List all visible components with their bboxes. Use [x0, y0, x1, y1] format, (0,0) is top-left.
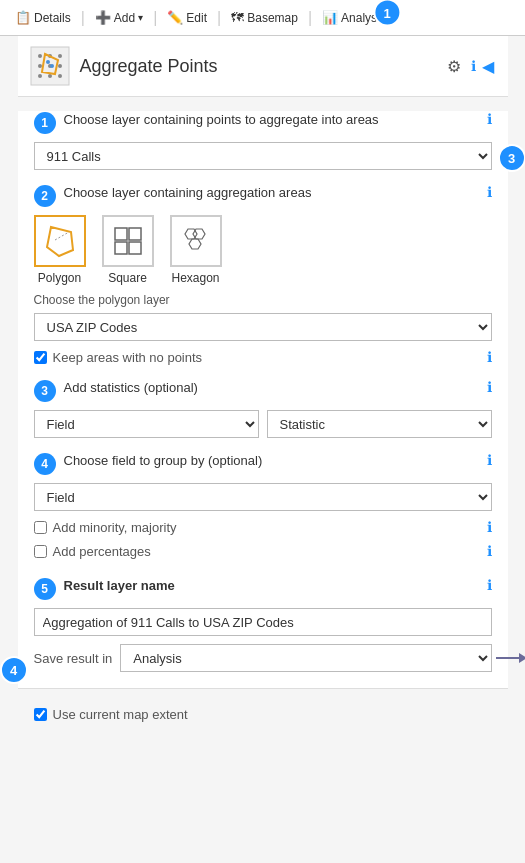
- result-name-input[interactable]: [34, 608, 492, 636]
- svg-rect-18: [129, 242, 141, 254]
- svg-rect-17: [115, 242, 127, 254]
- keep-areas-info[interactable]: ℹ: [487, 349, 492, 365]
- shape-polygon-label: Polygon: [38, 271, 81, 285]
- panel-footer: Use current map extent: [18, 688, 508, 732]
- section-4: 4 Choose field to group by (optional) ℹ …: [34, 452, 492, 559]
- header-actions: ⚙ ℹ ◀: [445, 55, 496, 78]
- minority-info[interactable]: ℹ: [487, 519, 492, 535]
- current-extent-checkbox[interactable]: [34, 708, 47, 721]
- section-3-info[interactable]: ℹ: [487, 379, 492, 395]
- svg-rect-15: [115, 228, 127, 240]
- section-5: 5 Result layer name ℹ Save result in Ana…: [34, 577, 492, 672]
- section-1: 1 Choose layer containing points to aggr…: [34, 111, 492, 170]
- panel-icon: [30, 46, 70, 86]
- svg-point-7: [38, 74, 42, 78]
- svg-point-4: [38, 64, 42, 68]
- svg-point-3: [58, 54, 62, 58]
- section-2-num: 2: [34, 185, 56, 207]
- svg-point-6: [58, 64, 62, 68]
- corner-badge-1[interactable]: 1: [373, 0, 401, 27]
- section-3-field-dropdown[interactable]: Field: [34, 410, 259, 438]
- shape-options: Polygon Square: [34, 215, 492, 285]
- panel-title: Aggregate Points: [80, 56, 445, 77]
- settings-button[interactable]: ⚙: [445, 55, 463, 78]
- shape-hexagon-label: Hexagon: [171, 271, 219, 285]
- basemap-label: Basemap: [247, 11, 298, 25]
- section-3-statistic-dropdown[interactable]: Statistic: [267, 410, 492, 438]
- analysis-icon: 📊: [322, 10, 338, 25]
- save-result-row: Save result in Analysis: [34, 644, 492, 672]
- section-3-fields: Field Statistic: [34, 410, 492, 438]
- toolbar-basemap[interactable]: 🗺 Basemap: [224, 7, 305, 28]
- shape-square-box[interactable]: [102, 215, 154, 267]
- section-3-label: Add statistics (optional): [64, 379, 483, 397]
- back-button[interactable]: ◀: [480, 55, 496, 78]
- sep2: |: [153, 9, 157, 27]
- section-1-info[interactable]: ℹ: [487, 111, 492, 127]
- section-1-label: Choose layer containing points to aggreg…: [64, 111, 483, 129]
- section-4-label: Choose field to group by (optional): [64, 452, 483, 470]
- section-3-num: 3: [34, 380, 56, 402]
- toolbar-analysis[interactable]: 📊 Analysis 1: [315, 7, 393, 28]
- toolbar-add[interactable]: ➕ Add ▾: [88, 7, 150, 28]
- section-5-label: Result layer name: [64, 577, 483, 595]
- keep-areas-checkbox[interactable]: [34, 351, 47, 364]
- percentages-label: Add percentages: [53, 544, 151, 559]
- svg-rect-16: [129, 228, 141, 240]
- svg-point-12: [50, 64, 54, 68]
- minority-label: Add minority, majority: [53, 520, 177, 535]
- svg-point-8: [48, 74, 52, 78]
- section-4-num: 4: [34, 453, 56, 475]
- details-label: Details: [34, 11, 71, 25]
- basemap-icon: 🗺: [231, 10, 244, 25]
- add-icon: ➕: [95, 10, 111, 25]
- sep4: |: [308, 9, 312, 27]
- current-extent-row: Use current map extent: [34, 707, 492, 722]
- section-4-header: 4 Choose field to group by (optional) ℹ: [34, 452, 492, 475]
- shape-square[interactable]: Square: [102, 215, 154, 285]
- percentages-checkbox[interactable]: [34, 545, 47, 558]
- sep3: |: [217, 9, 221, 27]
- section-3-header: 3 Add statistics (optional) ℹ: [34, 379, 492, 402]
- toolbar-details[interactable]: 📋 Details: [8, 7, 78, 28]
- section-2-label: Choose layer containing aggregation area…: [64, 184, 483, 202]
- section-2-info[interactable]: ℹ: [487, 184, 492, 200]
- edit-label: Edit: [186, 11, 207, 25]
- shape-polygon[interactable]: Polygon: [34, 215, 86, 285]
- shape-polygon-box[interactable]: [34, 215, 86, 267]
- section-1-dropdown[interactable]: 911 Calls: [34, 142, 492, 170]
- shape-square-label: Square: [108, 271, 147, 285]
- add-label: Add: [114, 11, 135, 25]
- section-4-field-dropdown[interactable]: Field: [34, 483, 492, 511]
- current-extent-label: Use current map extent: [53, 707, 188, 722]
- keep-areas-label: Keep areas with no points: [53, 350, 203, 365]
- percentages-row: Add percentages ℹ: [34, 543, 492, 559]
- section-4-info[interactable]: ℹ: [487, 452, 492, 468]
- svg-point-1: [38, 54, 42, 58]
- header-info-icon[interactable]: ℹ: [471, 58, 476, 74]
- svg-marker-20: [193, 229, 205, 239]
- save-result-dropdown[interactable]: Analysis: [120, 644, 491, 672]
- keep-areas-row: Keep areas with no points ℹ: [34, 349, 492, 365]
- section-5-info[interactable]: ℹ: [487, 577, 492, 593]
- shape-hexagon-box[interactable]: [170, 215, 222, 267]
- svg-line-14: [55, 232, 69, 240]
- percentages-info[interactable]: ℹ: [487, 543, 492, 559]
- toolbar-edit[interactable]: ✏️ Edit: [160, 7, 214, 28]
- sep1: |: [81, 9, 85, 27]
- section-2: 2 Choose layer containing aggregation ar…: [34, 184, 492, 365]
- add-chevron: ▾: [138, 12, 143, 23]
- panel-content: 1 Choose layer containing points to aggr…: [18, 111, 508, 688]
- minority-row: Add minority, majority ℹ: [34, 519, 492, 535]
- section-5-num: 5: [34, 578, 56, 600]
- details-icon: 📋: [15, 10, 31, 25]
- section-1-num: 1: [34, 112, 56, 134]
- outer-badge-4[interactable]: 4: [0, 656, 28, 684]
- outer-badge-3[interactable]: 3: [498, 144, 526, 172]
- minority-checkbox[interactable]: [34, 521, 47, 534]
- shape-hexagon[interactable]: Hexagon: [170, 215, 222, 285]
- section-1-header: 1 Choose layer containing points to aggr…: [34, 111, 492, 134]
- save-label: Save result in: [34, 651, 113, 666]
- section-2-dropdown[interactable]: USA ZIP Codes: [34, 313, 492, 341]
- svg-marker-13: [47, 227, 73, 256]
